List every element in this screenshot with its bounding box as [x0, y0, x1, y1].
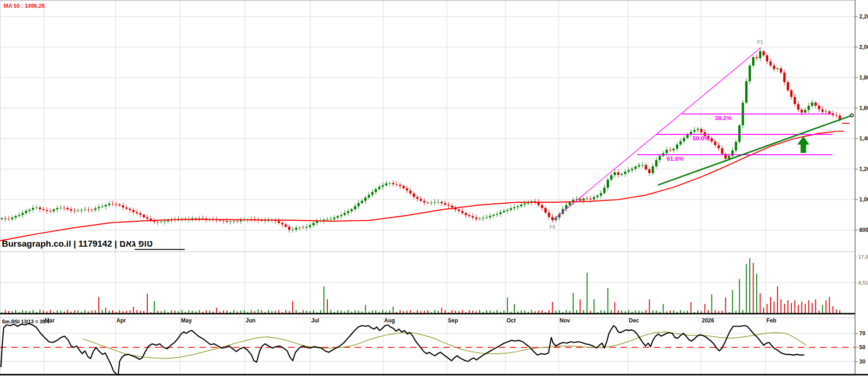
svg-text:Feb: Feb	[766, 317, 776, 324]
svg-text:F0: F0	[549, 224, 555, 230]
price-chart-canvas[interactable]: 38.2%50.0%61.8%F0F12,2002,0001,8001,6001…	[0, 0, 868, 376]
chart-root: 38.2%50.0%61.8%F0F12,2002,0001,8001,6001…	[0, 0, 868, 376]
svg-text:38.2%: 38.2%	[715, 115, 732, 121]
rsi-legend: Sm.RSI 13/13 = 39.4	[2, 319, 49, 324]
svg-text:2026: 2026	[702, 317, 714, 324]
svg-text:70: 70	[859, 330, 866, 337]
svg-text:Sep: Sep	[448, 317, 458, 324]
svg-text:17,023: 17,023	[858, 254, 868, 260]
svg-text:1,200: 1,200	[859, 166, 868, 172]
svg-text:May: May	[181, 317, 192, 324]
svg-text:8,512: 8,512	[858, 280, 868, 285]
watermark: Bursagraph.co.il | 1179142 | טופ גאם	[2, 239, 153, 249]
svg-text:Apr: Apr	[116, 317, 126, 324]
svg-text:Oct: Oct	[506, 317, 516, 324]
svg-text:Jul: Jul	[311, 317, 319, 324]
svg-text:50.0%: 50.0%	[693, 135, 710, 142]
svg-text:1,000: 1,000	[859, 196, 868, 203]
svg-text:1,400: 1,400	[859, 135, 868, 142]
watermark-text: Bursagraph.co.il | 1179142 | טופ גאם	[2, 239, 153, 249]
svg-text:2,200: 2,200	[859, 13, 868, 20]
svg-text:1,600: 1,600	[859, 105, 868, 111]
svg-text:Aug: Aug	[384, 317, 395, 324]
svg-text:1,800: 1,800	[859, 74, 868, 81]
svg-text:30: 30	[859, 358, 866, 365]
svg-text:61.8%: 61.8%	[667, 155, 684, 162]
svg-text:F1: F1	[757, 39, 763, 45]
svg-text:Jun: Jun	[246, 317, 255, 324]
svg-text:2,000: 2,000	[859, 44, 868, 50]
svg-text:Dec: Dec	[629, 317, 639, 324]
svg-text:800: 800	[859, 227, 868, 233]
svg-text:50: 50	[859, 344, 866, 351]
svg-text:Nov: Nov	[560, 317, 570, 324]
ma-legend: MA 50 : 1496.26	[4, 3, 45, 9]
